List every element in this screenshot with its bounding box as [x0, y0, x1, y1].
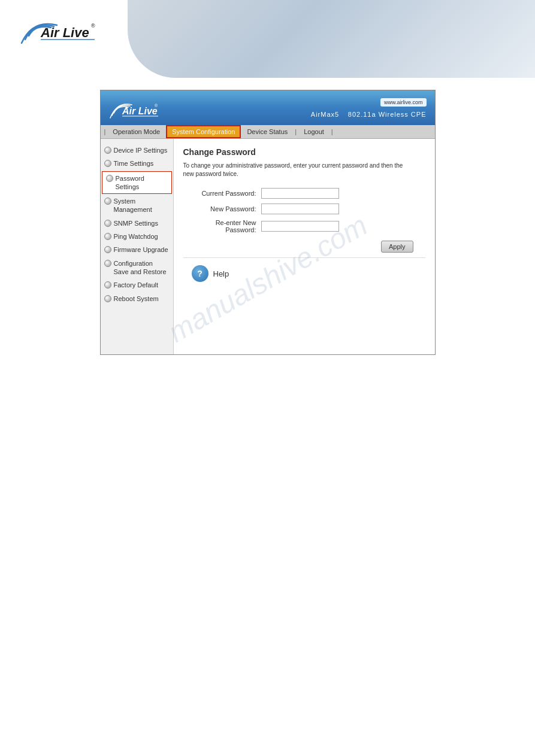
tab-operation-mode[interactable]: Operation Mode [107, 125, 166, 138]
sidebar-item-config-save-restore[interactable]: Configuration Save and Restore [101, 257, 173, 279]
router-product-name: AirMax5 802.11a Wireless CPE [311, 109, 427, 119]
bullet-icon [104, 147, 111, 154]
bullet-icon [104, 233, 111, 240]
bullet-icon [104, 198, 111, 205]
change-password-desc: To change your administrative password, … [183, 162, 411, 178]
router-nav: | Operation Mode System Configuration De… [101, 125, 435, 139]
help-section: ? Help [183, 257, 425, 289]
svg-text:®: ® [91, 23, 95, 29]
reenter-password-label: Re-enter New Password: [183, 219, 261, 233]
sidebar-item-password-settings[interactable]: Password Settings [102, 171, 172, 195]
router-sidebar: Device IP Settings Time Settings Passwor… [101, 139, 174, 354]
router-logo-svg: Air Live ® [109, 96, 163, 119]
sidebar-item-device-ip-settings[interactable]: Device IP Settings [101, 144, 173, 157]
router-main: Change Password To change your administr… [174, 139, 435, 354]
router-header: Air Live ® www.airlive.com AirMax5 802.1… [101, 90, 435, 125]
bullet-icon [104, 260, 111, 267]
page-header: Air Live ® [0, 0, 535, 78]
svg-text:Air Live: Air Live [122, 106, 158, 116]
tab-logout[interactable]: Logout [298, 125, 330, 138]
sidebar-item-system-management[interactable]: System Management [101, 195, 173, 217]
help-text: Help [213, 269, 229, 278]
airlive-logo: Air Live ® [18, 11, 102, 47]
sidebar-item-time-settings[interactable]: Time Settings [101, 157, 173, 170]
reenter-password-row: Re-enter New Password: [183, 219, 425, 233]
page-body: Air Live ® www.airlive.com AirMax5 802.1… [0, 78, 535, 367]
bullet-icon [104, 281, 111, 289]
new-password-input[interactable] [261, 204, 339, 214]
sidebar-item-reboot-system[interactable]: Reboot System [101, 292, 173, 305]
content-wrapper: Air Live ® www.airlive.com AirMax5 802.1… [0, 78, 535, 367]
help-icon: ? [192, 265, 208, 282]
bullet-icon [104, 295, 111, 302]
change-password-title: Change Password [183, 147, 425, 157]
router-frame: Air Live ® www.airlive.com AirMax5 802.1… [100, 90, 436, 355]
apply-button[interactable]: Apply [381, 241, 413, 253]
sidebar-item-snmp-settings[interactable]: SNMP Settings [101, 217, 173, 230]
svg-text:Air Live: Air Live [40, 25, 89, 40]
router-logo-area: Air Live ® [109, 96, 163, 119]
current-password-row: Current Password: [183, 188, 425, 199]
router-product-info: www.airlive.com AirMax5 802.11a Wireless… [311, 98, 427, 119]
router-content: Device IP Settings Time Settings Passwor… [101, 139, 435, 354]
current-password-input[interactable] [261, 188, 339, 199]
bullet-icon [104, 160, 111, 167]
tab-system-configuration[interactable]: System Configuration [166, 125, 241, 138]
current-password-label: Current Password: [183, 190, 261, 197]
apply-row: Apply [183, 241, 425, 253]
router-website: www.airlive.com [311, 98, 427, 109]
logo-area: Air Live ® [18, 11, 517, 48]
new-password-label: New Password: [183, 205, 261, 212]
tab-device-status[interactable]: Device Status [241, 125, 294, 138]
new-password-row: New Password: [183, 204, 425, 214]
reenter-password-input[interactable] [261, 221, 339, 232]
svg-text:®: ® [155, 104, 158, 108]
sidebar-item-factory-default[interactable]: Factory Default [101, 278, 173, 292]
bullet-icon [104, 246, 111, 253]
sidebar-item-ping-watchdog[interactable]: Ping Watchdog [101, 230, 173, 243]
sidebar-item-firmware-upgrade[interactable]: Firmware Upgrade [101, 243, 173, 256]
bullet-icon [106, 175, 113, 182]
bullet-icon [104, 220, 111, 227]
